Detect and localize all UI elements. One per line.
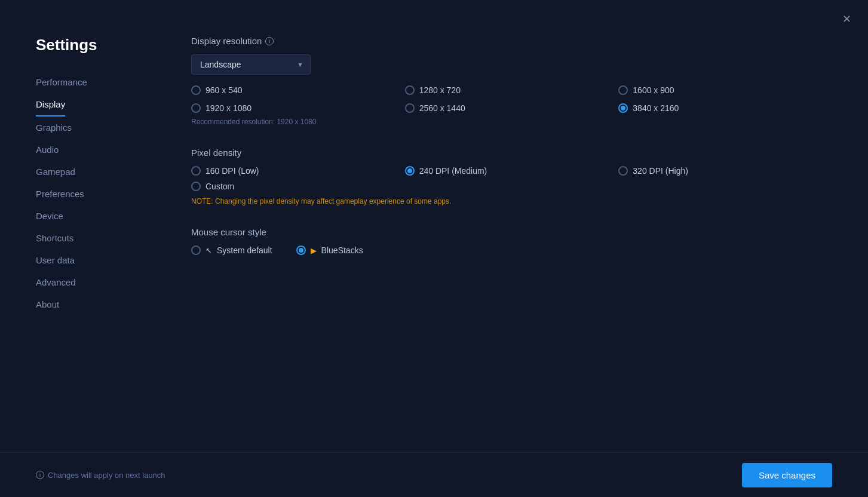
pixel-density-note: NOTE: Changing the pixel density may aff… [191, 197, 832, 205]
footer-note: i Changes will apply on next launch [36, 471, 165, 480]
close-button[interactable]: ✕ [838, 11, 855, 27]
sidebar-item-audio[interactable]: Audio [36, 139, 143, 161]
sidebar-item-display[interactable]: Display [36, 93, 65, 116]
dpi-medium[interactable]: 240 DPI (Medium) [405, 166, 619, 176]
sidebar-item-device[interactable]: Device [36, 205, 143, 227]
radio-circle [405, 85, 415, 95]
resolution-2560x1440[interactable]: 2560 x 1440 [405, 103, 619, 113]
resolution-1600x900[interactable]: 1600 x 900 [618, 85, 832, 95]
main-content: Display resolution i LandscapePortrait ▼… [155, 36, 868, 497]
system-cursor-icon: ↖ [206, 246, 212, 255]
sidebar-item-shortcuts[interactable]: Shortcuts [36, 227, 143, 249]
display-resolution-title: Display resolution i [191, 36, 832, 46]
orientation-dropdown-container: LandscapePortrait ▼ [191, 54, 311, 75]
footer-info-icon: i [36, 471, 44, 479]
sidebar-item-preferences[interactable]: Preferences [36, 183, 143, 205]
resolution-3840x2160[interactable]: 3840 x 2160 [618, 103, 832, 113]
display-resolution-info-icon: i [265, 37, 274, 45]
radio-circle [618, 166, 628, 176]
dpi-custom[interactable]: Custom [191, 182, 832, 191]
sidebar-item-user-data[interactable]: User data [36, 249, 143, 271]
orientation-dropdown-wrapper: LandscapePortrait ▼ [191, 54, 832, 75]
close-icon: ✕ [842, 13, 851, 26]
orientation-dropdown[interactable]: LandscapePortrait [191, 54, 311, 75]
resolution-radio-group: 960 x 540 1280 x 720 1600 x 900 1920 x 1… [191, 85, 832, 113]
sidebar: Settings Performance Display Graphics Au… [0, 36, 155, 497]
sidebar-item-gamepad[interactable]: Gamepad [36, 161, 143, 183]
recommended-resolution-text: Recommended resolution: 1920 x 1080 [191, 118, 832, 126]
page-title: Settings [36, 36, 143, 54]
radio-circle [191, 103, 201, 113]
resolution-1280x720[interactable]: 1280 x 720 [405, 85, 619, 95]
sidebar-item-graphics[interactable]: Graphics [36, 116, 143, 139]
mouse-cursor-section: Mouse cursor style ↖ System default ▶ Bl… [191, 227, 832, 255]
dpi-low[interactable]: 160 DPI (Low) [191, 166, 405, 176]
resolution-960x540[interactable]: 960 x 540 [191, 85, 405, 95]
radio-circle [191, 166, 201, 176]
radio-circle-selected [405, 166, 415, 176]
settings-container: Settings Performance Display Graphics Au… [0, 0, 868, 497]
footer: i Changes will apply on next launch Save… [0, 452, 868, 497]
display-resolution-section: Display resolution i LandscapePortrait ▼… [191, 36, 832, 126]
pixel-density-section: Pixel density 160 DPI (Low) 240 DPI (Med… [191, 148, 832, 205]
sidebar-item-advanced[interactable]: Advanced [36, 271, 143, 293]
pixel-density-title: Pixel density [191, 148, 832, 158]
cursor-system-default[interactable]: ↖ System default [191, 246, 272, 255]
radio-circle [405, 103, 415, 113]
radio-circle [191, 246, 201, 255]
sidebar-item-performance[interactable]: Performance [36, 71, 143, 93]
mouse-cursor-title: Mouse cursor style [191, 227, 832, 237]
sidebar-item-about[interactable]: About [36, 293, 143, 315]
pixel-density-radio-group: 160 DPI (Low) 240 DPI (Medium) 320 DPI (… [191, 166, 832, 176]
mouse-cursor-radio-group: ↖ System default ▶ BlueStacks [191, 246, 832, 255]
radio-circle [191, 182, 201, 191]
save-changes-button[interactable]: Save changes [742, 463, 832, 487]
radio-circle [191, 85, 201, 95]
cursor-bluestacks[interactable]: ▶ BlueStacks [296, 246, 363, 255]
bluestacks-cursor-icon: ▶ [311, 246, 317, 255]
radio-circle-selected [296, 246, 306, 255]
radio-circle [618, 85, 628, 95]
dpi-high[interactable]: 320 DPI (High) [618, 166, 832, 176]
radio-circle-selected [618, 103, 628, 113]
resolution-1920x1080[interactable]: 1920 x 1080 [191, 103, 405, 113]
sidebar-nav: Performance Display Graphics Audio Gamep… [36, 71, 143, 315]
